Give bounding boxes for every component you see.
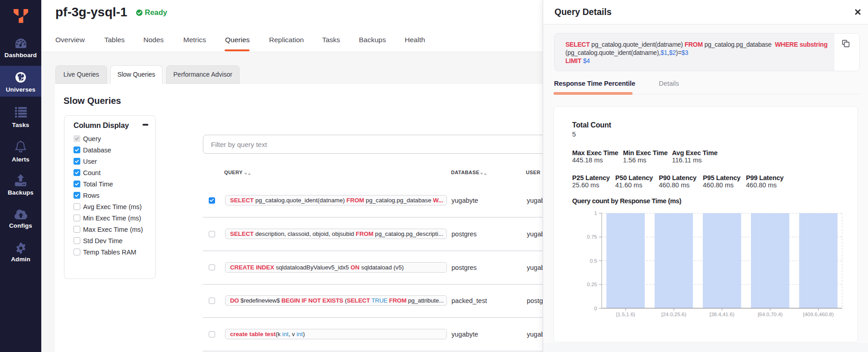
svg-text:[38.4,41.6): [38.4,41.6) [710, 312, 735, 317]
svg-text:0: 0 [594, 306, 597, 311]
svg-text:[24.0,25.6): [24.0,25.6) [662, 312, 687, 317]
svg-text:[409.6,460.8): [409.6,460.8) [803, 312, 834, 317]
svg-text:[64.0,70.4): [64.0,70.4) [758, 312, 783, 317]
svg-text:0.5: 0.5 [590, 258, 597, 264]
svg-text:0.75: 0.75 [587, 234, 597, 240]
svg-text:1: 1 [594, 210, 597, 216]
svg-text:[1.5,1.6): [1.5,1.6) [616, 312, 635, 317]
svg-text:0.25: 0.25 [587, 282, 597, 287]
